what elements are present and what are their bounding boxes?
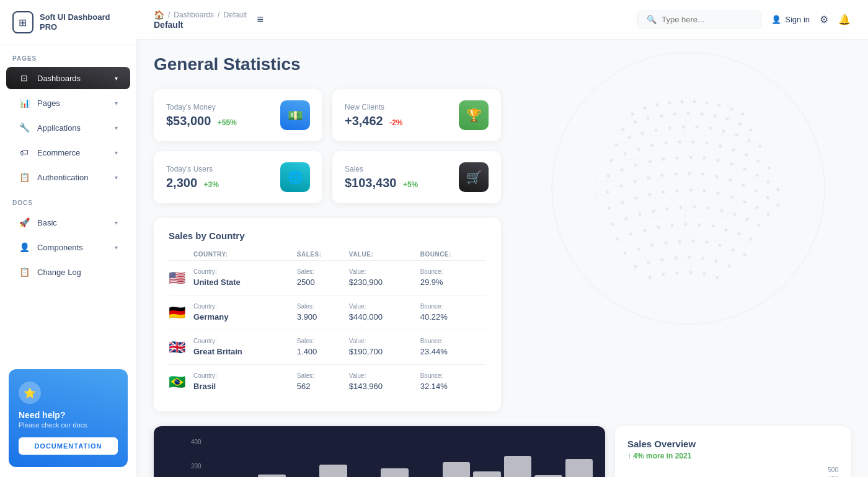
svg-point-49 [634,164,637,167]
svg-point-4 [668,102,671,105]
svg-point-51 [662,158,665,161]
search-box[interactable]: 🔍 [637,11,761,28]
stat-card-users: Today's Users 2,300 +3% 🌐 [154,151,322,203]
signin-button[interactable]: 👤 Sign in [771,15,810,24]
svg-point-17 [701,113,704,116]
sidebar-item-dashboards[interactable]: ⊡ Dashboards ▾ [6,67,130,89]
svg-point-60 [777,188,780,191]
svg-point-44 [745,154,748,157]
svg-point-131 [676,272,679,275]
svg-point-114 [665,242,668,245]
sidebar-item-label: Authentication [37,173,88,182]
svg-point-96 [720,209,724,212]
search-input[interactable] [662,15,752,24]
flag-us: 🇺🇸 [169,270,185,286]
stat-label-sales: Sales [345,165,418,173]
svg-point-140 [559,142,817,160]
svg-point-45 [757,160,760,163]
svg-point-123 [661,258,664,261]
chevron-down-icon: ▾ [115,100,118,107]
svg-point-72 [755,190,758,193]
svg-point-24 [641,132,644,135]
svg-point-52 [676,157,679,160]
svg-point-66 [675,173,678,176]
svg-point-78 [649,193,652,196]
svg-point-41 [706,142,709,145]
svg-point-75 [608,207,611,210]
globe-background: /* dots rendered via JS below */ [508,40,868,337]
svg-point-62 [620,185,623,188]
svg-point-87 [767,213,770,216]
bar-8 [443,462,471,477]
chevron-down-icon: ▾ [115,75,118,82]
sales-by-country-card: Sales by Country Country: Sales: Value: … [154,218,501,411]
svg-point-137 [595,53,781,323]
basic-icon: 🚀 [19,217,30,227]
home-icon[interactable]: 🏠 [154,10,164,20]
svg-point-26 [668,127,671,130]
sidebar-item-basic[interactable]: 🚀 Basic ▾ [6,211,130,234]
sidebar-item-label: Change Log [37,268,81,277]
svg-point-88 [611,223,614,226]
topbar-right: 🔍 👤 Sign in ⚙ 🔔 [637,11,851,28]
svg-point-5 [681,100,684,103]
col-value: Value: [349,251,420,261]
svg-point-69 [715,175,719,178]
breadcrumb-dashboards[interactable]: Dashboards [174,11,214,19]
svg-point-80 [676,190,679,193]
notifications-icon[interactable]: 🔔 [838,14,851,25]
svg-point-76 [621,201,624,204]
svg-point-40 [692,141,695,144]
svg-point-120 [743,253,746,256]
sidebar-item-pages[interactable]: 📊 Pages ▾ [6,92,130,114]
svg-point-2 [644,107,647,110]
settings-icon[interactable]: ⚙ [820,14,828,25]
svg-point-25 [655,129,658,132]
svg-point-39 [678,141,681,144]
sidebar-item-components[interactable]: 👤 Components ▾ [6,236,130,258]
logo-icon: ⊞ [12,11,33,33]
svg-point-38 [665,142,668,145]
table-row: 🇧🇷 Country:Brasil Sales:562 Value:$143,9… [169,365,486,400]
col-country: Country: [193,251,297,261]
stat-change-money: +55% [218,118,237,127]
svg-point-133 [703,273,706,276]
table-row: 🇺🇸 Country:United State Sales:2500 Value… [169,261,486,295]
svg-point-32 [748,139,751,142]
svg-point-134 [716,276,719,279]
documentation-button[interactable]: DOCUMENTATION [19,437,118,455]
svg-point-0 [552,52,825,325]
bar-chart-card: 400 200 0 [154,426,605,477]
pages-section-label: PAGES [0,45,136,66]
svg-point-84 [730,196,733,199]
search-icon: 🔍 [647,15,657,24]
svg-point-81 [689,189,693,192]
svg-point-1 [631,113,634,116]
stat-info-clients: New Clients +3,462 -2% [345,103,403,128]
svg-point-116 [692,240,695,243]
help-title: Need help? [19,410,118,420]
sidebar-item-label: Components [37,243,83,252]
sidebar-item-changelog[interactable]: 📋 Change Log [6,261,130,283]
svg-point-55 [717,159,720,162]
overview-subtitle: ↑ 4% more in 2021 [627,452,838,460]
breadcrumb-sep2: / [218,11,219,19]
sidebar-item-authentication[interactable]: 📋 Authentication ▾ [6,166,130,188]
hamburger-icon[interactable]: ≡ [257,13,264,26]
svg-point-28 [696,126,699,129]
sidebar-item-applications[interactable]: 🔧 Applications ▾ [6,116,130,139]
svg-point-136 [639,53,738,323]
svg-point-20 [738,123,742,126]
svg-point-132 [689,271,693,274]
help-star-icon: ⭐ [19,382,41,404]
svg-point-129 [649,276,652,279]
svg-point-74 [777,204,780,207]
svg-point-58 [756,174,759,177]
svg-point-11 [622,128,625,131]
svg-point-115 [678,240,681,243]
chart-y-200: 200 [191,463,228,470]
sidebar-item-ecommerce[interactable]: 🏷 Ecommerce ▾ [6,141,130,164]
svg-point-93 [680,206,683,209]
stat-info-users: Today's Users 2,300 +3% [166,165,219,190]
svg-point-31 [735,134,738,137]
